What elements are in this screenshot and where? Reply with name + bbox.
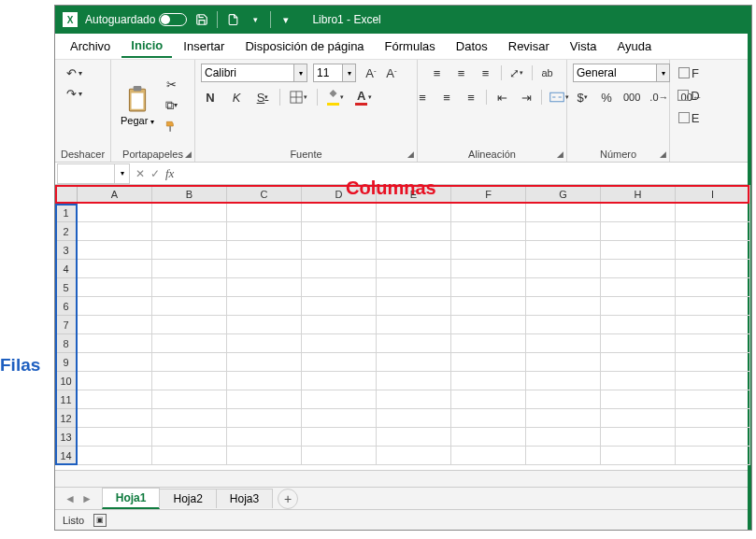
- cell[interactable]: [526, 222, 601, 241]
- cell[interactable]: [601, 260, 676, 278]
- row-header[interactable]: 14: [55, 447, 78, 465]
- column-header[interactable]: C: [227, 185, 302, 204]
- cell[interactable]: [78, 222, 152, 241]
- cell[interactable]: [78, 260, 152, 278]
- cell[interactable]: [152, 316, 227, 334]
- cell[interactable]: [451, 278, 526, 297]
- copy-button[interactable]: ⧉ ▾: [162, 96, 180, 115]
- number-format-input[interactable]: [573, 64, 657, 82]
- cell[interactable]: [526, 278, 601, 297]
- orientation-button[interactable]: ⤢▾: [507, 64, 526, 82]
- cell[interactable]: [451, 297, 526, 316]
- increase-decimal-button[interactable]: .0→: [648, 88, 670, 106]
- confirm-formula-button[interactable]: ✓: [150, 167, 160, 180]
- cell[interactable]: [601, 278, 676, 297]
- cell[interactable]: [227, 353, 302, 372]
- italic-button[interactable]: K: [227, 88, 246, 106]
- column-header[interactable]: G: [526, 185, 601, 204]
- align-top-button[interactable]: ≡: [428, 64, 447, 82]
- sheet-tab[interactable]: Hoja2: [159, 489, 216, 508]
- autosave-toggle[interactable]: Autoguardado: [85, 13, 187, 26]
- cell-styles-button[interactable]: E: [677, 108, 702, 127]
- row-header[interactable]: 3: [55, 241, 78, 260]
- cell[interactable]: [227, 278, 302, 297]
- cell[interactable]: [601, 447, 676, 465]
- cell[interactable]: [377, 390, 451, 409]
- cell[interactable]: [302, 409, 377, 428]
- new-file-icon[interactable]: [225, 12, 240, 27]
- cell[interactable]: [526, 428, 601, 447]
- row-header[interactable]: 4: [55, 260, 78, 278]
- cell[interactable]: [601, 204, 676, 222]
- cell[interactable]: [526, 204, 601, 222]
- cell[interactable]: [676, 204, 750, 222]
- qat-customize-icon[interactable]: ▾: [278, 12, 293, 27]
- cell[interactable]: [377, 428, 451, 447]
- cell[interactable]: [302, 428, 377, 447]
- cell[interactable]: [152, 222, 227, 241]
- align-left-button[interactable]: ≡: [413, 88, 432, 106]
- underline-button[interactable]: S ▾: [253, 88, 272, 106]
- format-table-button[interactable]: D: [676, 86, 701, 105]
- menu-disposicion[interactable]: Disposición de página: [235, 35, 373, 57]
- sheet-nav-prev[interactable]: ◄: [64, 492, 76, 505]
- row-header[interactable]: 5: [55, 278, 78, 297]
- cell[interactable]: [152, 409, 227, 428]
- cell[interactable]: [152, 447, 227, 465]
- cell[interactable]: [526, 334, 601, 353]
- cell[interactable]: [377, 334, 451, 353]
- cell[interactable]: [377, 447, 451, 465]
- cell[interactable]: [377, 409, 451, 428]
- cell[interactable]: [676, 390, 750, 409]
- cell[interactable]: [227, 204, 302, 222]
- menu-ayuda[interactable]: Ayuda: [608, 35, 662, 57]
- cell[interactable]: [302, 372, 377, 390]
- cell[interactable]: [377, 372, 451, 390]
- redo-button[interactable]: ↷ ▾: [64, 84, 84, 103]
- cell[interactable]: [451, 334, 526, 353]
- cell[interactable]: [152, 353, 227, 372]
- cell[interactable]: [377, 204, 451, 222]
- row-header[interactable]: 9: [55, 353, 78, 372]
- cell[interactable]: [601, 222, 676, 241]
- decrease-font-button[interactable]: Aˇ: [382, 64, 401, 82]
- macro-record-icon[interactable]: ▣: [93, 514, 107, 527]
- percent-button[interactable]: %: [597, 88, 616, 106]
- cell[interactable]: [377, 278, 451, 297]
- cell[interactable]: [78, 297, 152, 316]
- cell[interactable]: [676, 334, 750, 353]
- cell[interactable]: [676, 297, 750, 316]
- cell[interactable]: [526, 241, 601, 260]
- number-format-combo[interactable]: ▾: [573, 64, 670, 82]
- cell[interactable]: [601, 428, 676, 447]
- cell[interactable]: [601, 353, 676, 372]
- cell[interactable]: [526, 409, 601, 428]
- cell[interactable]: [526, 372, 601, 390]
- cell[interactable]: [601, 241, 676, 260]
- align-middle-button[interactable]: ≡: [452, 64, 471, 82]
- chevron-down-icon[interactable]: ▾: [114, 164, 129, 183]
- font-size-input[interactable]: [313, 64, 343, 82]
- increase-indent-button[interactable]: ⇥: [517, 88, 535, 106]
- thousands-button[interactable]: 000: [621, 88, 642, 106]
- wrap-text-button[interactable]: ab: [538, 64, 557, 82]
- cell[interactable]: [451, 390, 526, 409]
- cell[interactable]: [78, 409, 152, 428]
- save-icon[interactable]: [194, 12, 209, 27]
- cell[interactable]: [302, 334, 377, 353]
- cell[interactable]: [377, 260, 451, 278]
- cell[interactable]: [302, 241, 377, 260]
- chevron-down-icon[interactable]: ▾: [657, 64, 670, 82]
- cell[interactable]: [601, 372, 676, 390]
- cell[interactable]: [451, 316, 526, 334]
- cell[interactable]: [78, 241, 152, 260]
- conditional-format-button[interactable]: F: [677, 64, 701, 82]
- bold-button[interactable]: N: [201, 88, 220, 106]
- increase-font-button[interactable]: Aˆ: [362, 64, 380, 82]
- align-bottom-button[interactable]: ≡: [477, 64, 495, 82]
- name-box[interactable]: ▾: [57, 163, 130, 184]
- cancel-formula-button[interactable]: ✕: [136, 167, 145, 180]
- cell[interactable]: [227, 372, 302, 390]
- chevron-down-icon[interactable]: ▾: [343, 64, 356, 82]
- cell[interactable]: [377, 316, 451, 334]
